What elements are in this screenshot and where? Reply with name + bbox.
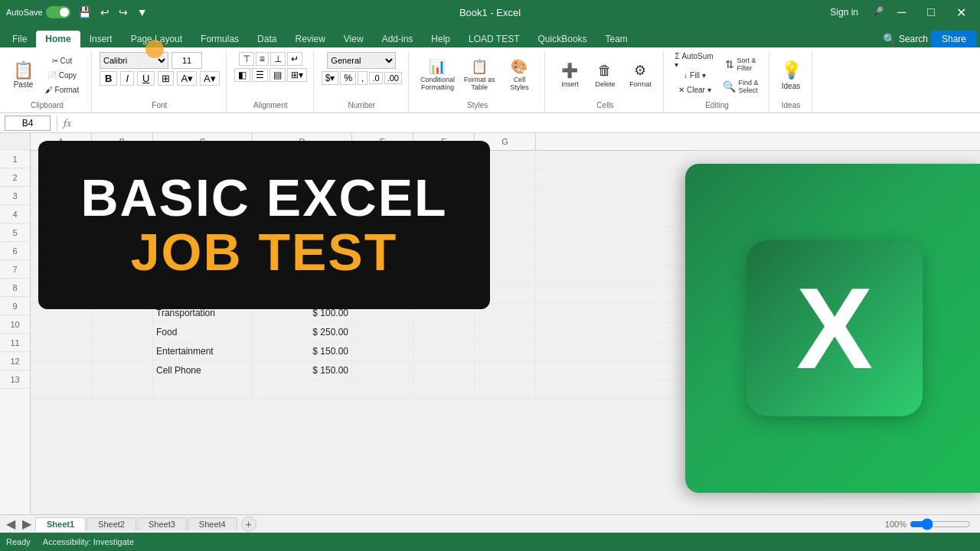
cell-A11[interactable] <box>31 342 92 360</box>
cell-G9[interactable] <box>475 304 536 322</box>
cell-G11[interactable] <box>475 342 536 360</box>
search-icon[interactable]: 🔍 <box>883 33 896 45</box>
copy-button[interactable]: 📄 Copy <box>39 68 85 82</box>
save-icon[interactable]: 💾 <box>77 5 93 20</box>
formula-input[interactable] <box>74 116 975 131</box>
sheet-nav-right[interactable]: ▶ <box>19 517 34 531</box>
underline-button[interactable]: U <box>137 71 155 86</box>
cell-F2[interactable] <box>413 170 475 188</box>
cell-C10[interactable]: Food <box>153 323 253 341</box>
zoom-slider[interactable] <box>910 520 971 529</box>
align-bottom-button[interactable]: ⊥ <box>270 52 286 66</box>
row-num-5[interactable]: 5 <box>0 223 30 242</box>
delete-cells-button[interactable]: 🗑 Delete <box>588 53 622 97</box>
cell-D2[interactable]: Amount <box>253 170 352 188</box>
autosum-button[interactable]: Σ AutoSum ▾ <box>671 54 717 67</box>
cell-G4[interactable] <box>475 208 536 227</box>
col-header-F[interactable]: F <box>413 133 475 150</box>
autosave-toggle[interactable] <box>46 6 70 18</box>
wrap-text-button[interactable]: ↵ <box>287 52 302 66</box>
cell-F6[interactable] <box>413 246 475 265</box>
row-num-11[interactable]: 11 <box>0 334 30 352</box>
row-num-6[interactable]: 6 <box>0 242 30 260</box>
cut-button[interactable]: ✂ Cut <box>39 54 85 67</box>
cell-E12[interactable] <box>352 361 413 380</box>
currency-button[interactable]: $▾ <box>322 71 339 85</box>
sheet-nav-left[interactable]: ◀ <box>3 517 18 531</box>
cell-G5[interactable] <box>475 227 536 246</box>
cell-C6[interactable] <box>153 246 253 265</box>
cell-E8[interactable] <box>352 285 413 303</box>
conditional-formatting-button[interactable]: 📊 ConditionalFormatting <box>416 53 459 97</box>
cell-E13[interactable] <box>352 380 413 399</box>
cell-E1[interactable] <box>352 151 413 169</box>
cell-E9[interactable] <box>352 304 413 322</box>
sheet-tab-sheet1[interactable]: Sheet1 <box>35 517 86 531</box>
share-button[interactable]: Share <box>931 31 977 47</box>
tab-view[interactable]: View <box>335 31 373 47</box>
col-header-G[interactable]: G <box>475 133 536 150</box>
sort-filter-button[interactable]: ⇅ Sort &Filter <box>719 54 762 75</box>
font-size-input[interactable] <box>172 52 202 69</box>
border-button[interactable]: ⊞ <box>158 71 174 86</box>
cell-C9[interactable]: Transportation <box>153 304 253 322</box>
fx-label[interactable]: 𝑓𝑥 <box>64 116 71 129</box>
clear-button[interactable]: ✕ Clear ▾ <box>671 83 717 96</box>
italic-button[interactable]: I <box>120 71 134 86</box>
format-painter-button[interactable]: 🖌 Format <box>39 83 85 96</box>
row-num-4[interactable]: 4 <box>0 205 30 223</box>
cell-A2[interactable] <box>31 170 92 188</box>
row-num-8[interactable]: 8 <box>0 279 30 297</box>
cell-D12[interactable]: $ 150.00 <box>253 361 352 380</box>
col-header-C[interactable]: C <box>153 133 253 150</box>
align-right-button[interactable]: ▤ <box>270 68 286 82</box>
cell-G1[interactable] <box>475 151 536 169</box>
cell-A6[interactable] <box>31 246 92 265</box>
cell-F5[interactable] <box>413 227 475 246</box>
merge-button[interactable]: ⊞▾ <box>287 68 307 82</box>
bold-button[interactable]: B <box>100 71 117 86</box>
cell-G6[interactable] <box>475 246 536 265</box>
cell-A8[interactable] <box>31 285 92 303</box>
col-header-B[interactable]: B <box>92 133 153 150</box>
cell-D9[interactable]: $ 100.00 <box>253 304 352 322</box>
cell-B11[interactable] <box>92 342 153 360</box>
cell-B1[interactable]: St <box>92 151 153 169</box>
decrease-decimal-button[interactable]: .0 <box>369 72 382 84</box>
cell-B9[interactable] <box>92 304 153 322</box>
undo-icon[interactable]: ↩ <box>99 5 111 20</box>
align-middle-button[interactable]: ≡ <box>256 52 269 66</box>
percent-button[interactable]: % <box>340 71 356 85</box>
add-sheet-button[interactable]: + <box>241 517 256 532</box>
row-num-1[interactable]: 1 <box>0 150 30 168</box>
increase-decimal-button[interactable]: .00 <box>384 72 402 84</box>
restore-button[interactable]: □ <box>920 4 942 21</box>
cell-F8[interactable] <box>413 285 475 303</box>
cell-B2[interactable]: Type <box>92 170 153 188</box>
cell-A13[interactable] <box>31 380 92 399</box>
fill-button[interactable]: ↓ Fill ▾ <box>671 68 717 82</box>
tab-page-layout[interactable]: Page Layout <box>122 31 191 47</box>
cell-B3[interactable]: Income <box>92 189 153 207</box>
number-format-select[interactable]: General <box>327 52 396 69</box>
cell-D5[interactable]: $2,300.00 <box>253 227 352 246</box>
cell-G3[interactable] <box>475 189 536 207</box>
cell-B12[interactable] <box>92 361 153 380</box>
cell-E6[interactable] <box>352 246 413 265</box>
cell-E4[interactable] <box>352 208 413 227</box>
sheet-tab-sheet4[interactable]: Sheet4 <box>188 517 237 530</box>
cell-E7[interactable] <box>352 266 413 284</box>
cell-D11[interactable]: $ 150.00 <box>253 342 352 360</box>
cell-D7[interactable]: $ 650.00 <box>253 266 352 284</box>
tab-team[interactable]: Team <box>596 31 637 47</box>
row-num-2[interactable]: 2 <box>0 168 30 187</box>
tab-load-test[interactable]: LOAD TEST <box>459 31 528 47</box>
row-num-10[interactable]: 10 <box>0 315 30 334</box>
row-num-9[interactable]: 9 <box>0 297 30 315</box>
cell-B4[interactable] <box>92 208 153 227</box>
ribbon-display-icon[interactable]: 🎤 <box>871 6 884 18</box>
row-num-3[interactable]: 3 <box>0 187 30 205</box>
ideas-button[interactable]: 💡 Ideas <box>777 53 805 97</box>
cell-B6[interactable] <box>92 246 153 265</box>
cell-D4[interactable] <box>253 208 352 227</box>
